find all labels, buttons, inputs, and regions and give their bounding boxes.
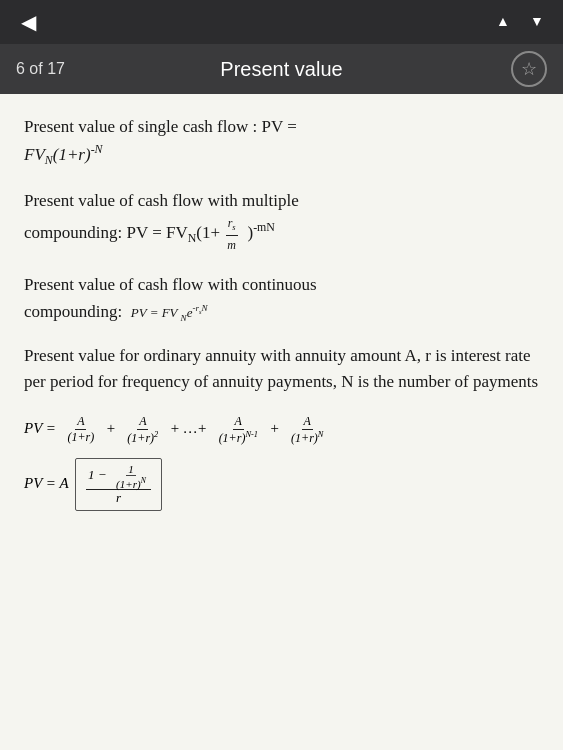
scroll-down-arrow[interactable]: ▼: [523, 8, 551, 36]
nav-arrows-container: ▲ ▼: [489, 8, 551, 36]
bookmark-star-button[interactable]: ☆: [511, 51, 547, 87]
pv-series-expression: PV = A (1+r) + A (1+r)2 + …+ A (1+r)N-1 …: [24, 420, 327, 436]
back-button[interactable]: ◀: [12, 6, 44, 38]
section1-formula: FVN(1+r)-N: [24, 145, 103, 164]
section1-text: Present value of single cash flow : PV =: [24, 117, 297, 136]
pv-closed-expression: PV = A 1 − 1 (1+r)N r: [24, 475, 165, 491]
section4-text: Present value for ordinary annuity with …: [24, 346, 538, 391]
top-nav-bar: ◀ ▲ ▼: [0, 0, 563, 44]
header-bar: 6 of 17 Present value ☆: [0, 44, 563, 94]
section-single-cashflow: Present value of single cash flow : PV =…: [24, 114, 539, 170]
main-content: Present value of single cash flow : PV =…: [0, 94, 563, 750]
page-title: Present value: [220, 58, 342, 81]
scroll-up-arrow[interactable]: ▲: [489, 8, 517, 36]
section-multiple-compounding: Present value of cash flow with multiple…: [24, 188, 539, 254]
section3-formula: PV = FV Ne-rsN: [131, 305, 208, 320]
page-info: 6 of 17: [16, 60, 65, 78]
header-inner: 6 of 17 Present value ☆: [16, 51, 547, 87]
pv-series-formula: PV = A (1+r) + A (1+r)2 + …+ A (1+r)N-1 …: [24, 414, 539, 446]
pv-closed-form: PV = A 1 − 1 (1+r)N r: [24, 458, 539, 512]
section-ordinary-annuity: Present value for ordinary annuity with …: [24, 343, 539, 396]
section-continuous-compounding: Present value of cash flow with continuo…: [24, 272, 539, 325]
section2-text: Present value of cash flow with multiple…: [24, 191, 299, 242]
